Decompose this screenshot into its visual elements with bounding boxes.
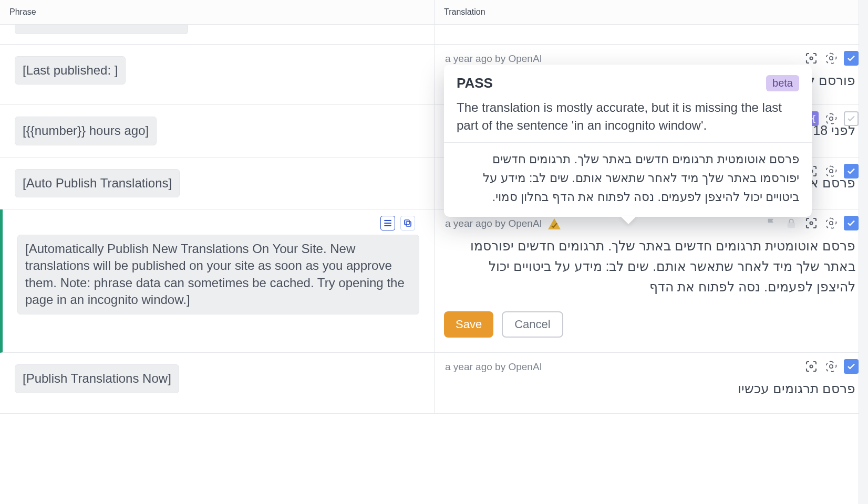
approved-check[interactable] <box>844 164 859 178</box>
warning-icon[interactable] <box>547 218 560 229</box>
approved-check[interactable] <box>844 51 859 66</box>
ai-icon[interactable] <box>824 359 839 374</box>
phrase-chip: [Last published: ] <box>15 56 126 85</box>
approved-check[interactable] <box>844 216 859 230</box>
scrollbar-track[interactable] <box>859 0 868 504</box>
copy-tool-icon[interactable] <box>400 216 415 230</box>
svg-rect-11 <box>788 223 795 227</box>
ai-icon[interactable] <box>824 51 839 66</box>
phrase-chip: [Auto Publish Translations] <box>15 169 180 197</box>
approve-toggle[interactable] <box>844 111 859 126</box>
column-header-translation: Translation <box>434 0 868 25</box>
ai-icon[interactable] <box>824 164 839 178</box>
phrase-chip-partial <box>15 25 188 34</box>
translation-meta: a year ago by OpenAI <box>445 53 859 65</box>
qa-popover: PASS beta The translation is mostly accu… <box>444 65 812 217</box>
svg-rect-10 <box>405 220 409 225</box>
phrase-chip: [{{number}} hours ago] <box>15 117 157 145</box>
phrase-cell[interactable]: [Last published: ] <box>0 45 434 105</box>
save-button[interactable]: Save <box>444 311 493 338</box>
svg-point-14 <box>810 365 813 368</box>
approved-check[interactable] <box>844 359 859 374</box>
phrase-chip: [Automatically Publish New Translations … <box>17 235 419 314</box>
translation-cell[interactable]: a year ago by OpenAI פרסם תרגומים עכשיו <box>434 353 868 413</box>
phrase-cell[interactable]: [{{number}} hours ago] <box>0 105 434 157</box>
cancel-button[interactable]: Cancel <box>502 311 563 338</box>
flag-icon[interactable] <box>764 216 779 230</box>
svg-point-5 <box>830 169 833 172</box>
qa-reference-text: פרסם אוטומטית תרגומים חדשים באתר שלך. תר… <box>457 150 799 206</box>
translation-meta: a year ago by OpenAI <box>445 361 859 373</box>
svg-point-0 <box>810 57 813 60</box>
phrase-cell-selected[interactable]: [Automatically Publish New Translations … <box>0 209 434 353</box>
translation-editor[interactable]: פרסם אוטומטית תרגומים חדשים באתר שלך. תר… <box>444 236 859 305</box>
focus-icon[interactable] <box>804 359 819 374</box>
qa-explanation: The translation is mostly accurate, but … <box>457 99 799 134</box>
svg-point-15 <box>830 365 833 368</box>
beta-badge: beta <box>766 75 799 91</box>
phrase-cell[interactable]: [Publish Translations Now] <box>0 353 434 413</box>
ai-icon[interactable] <box>824 111 839 126</box>
column-header-phrase: Phrase <box>0 0 434 25</box>
focus-icon[interactable] <box>804 216 819 230</box>
svg-point-12 <box>810 222 813 225</box>
list-tool-icon[interactable] <box>380 216 395 230</box>
svg-point-13 <box>830 222 833 225</box>
qa-status: PASS <box>457 75 493 91</box>
phrase-chip: [Publish Translations Now] <box>15 364 179 393</box>
svg-rect-9 <box>406 222 411 226</box>
translation-text: פרסם תרגומים עכשיו <box>444 379 859 398</box>
lock-icon[interactable] <box>784 216 799 230</box>
translation-cell-editing[interactable]: PASS beta The translation is mostly accu… <box>434 209 868 353</box>
focus-icon[interactable] <box>804 51 819 66</box>
svg-point-3 <box>830 117 833 120</box>
phrase-cell[interactable]: [Auto Publish Translations] <box>0 158 434 209</box>
svg-point-1 <box>830 57 833 60</box>
ai-icon[interactable] <box>824 216 839 230</box>
